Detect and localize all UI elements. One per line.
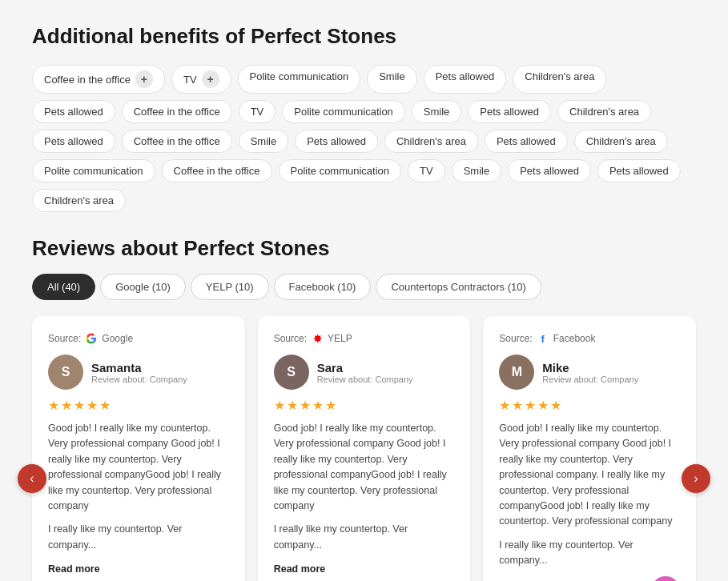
source-name: Google <box>102 333 133 344</box>
reviewer-name: Sara <box>317 361 413 375</box>
benefit-tag: Coffee in the office <box>162 159 272 182</box>
benefit-tag: Children's area <box>384 130 478 153</box>
benefit-tag: Polite communication <box>238 65 361 94</box>
review-source: Source: f Facebook <box>499 332 680 345</box>
avatar: M <box>499 355 534 390</box>
benefit-tag: Pets allowed <box>32 100 115 123</box>
review-tabs: All (40) Google (10) YELP (10) Facebook … <box>32 274 696 300</box>
reviews-title: Reviews about Perfect Stones <box>32 236 696 261</box>
review-text-2: I really like my countertop. Ver company… <box>274 522 455 553</box>
review-card-sara: Source: ✸ YELP S Sara Review about: Comp… <box>258 316 471 581</box>
benefit-tag: Coffee in the office + <box>32 65 165 94</box>
reviewer-info: S Sara Review about: Company <box>274 355 455 390</box>
benefit-tag: Pets allowed <box>485 130 568 153</box>
benefit-tag: Children's area <box>574 130 668 153</box>
reviewer-sub: Review about: Company <box>542 375 638 384</box>
source-name: Facebook <box>553 333 596 344</box>
benefit-tag: Pets allowed <box>295 130 378 153</box>
review-text-2: I really like my countertop. Ver company… <box>499 538 680 569</box>
benefit-tag: Pets allowed <box>508 159 591 182</box>
google-icon <box>85 332 98 345</box>
source-label: Source: <box>499 333 532 344</box>
read-more-link[interactable]: Read more <box>274 563 326 575</box>
source-label: Source: <box>48 333 81 344</box>
benefit-tag: TV <box>408 159 445 182</box>
star-rating: ★ ★ ★ ★ ★ <box>274 398 455 413</box>
review-card-mike: Source: f Facebook M Mike Review about: … <box>483 316 696 581</box>
plus-icon[interactable]: + <box>202 70 219 88</box>
source-label: Source: <box>274 333 307 344</box>
star-rating: ★ ★ ★ ★ ★ <box>499 398 680 413</box>
benefit-tag: Pets allowed <box>597 159 681 182</box>
benefit-tag: Coffee in the office <box>122 100 232 123</box>
review-source: Source: Google <box>48 332 229 345</box>
review-text: Good job! I really like my countertop. V… <box>274 421 455 514</box>
tab-yelp[interactable]: YELP (10) <box>191 274 269 300</box>
review-text: Good job! I really like my countertop. V… <box>499 421 680 530</box>
benefit-tag: Pets allowed <box>468 100 551 123</box>
plus-icon[interactable]: + <box>135 70 153 88</box>
source-name: YELP <box>328 333 352 344</box>
benefit-tag: TV + <box>171 65 231 94</box>
benefit-tag: Smile <box>367 65 417 94</box>
benefit-tag: Smile <box>412 100 462 123</box>
carousel-prev-button[interactable]: ‹ <box>18 464 46 493</box>
benefit-tag: Children's area <box>32 189 126 212</box>
tab-all[interactable]: All (40) <box>32 274 95 300</box>
tab-facebook[interactable]: Facebook (10) <box>274 274 372 300</box>
benefit-tag: Children's area <box>557 100 651 123</box>
benefit-tag: Pets allowed <box>424 65 507 94</box>
benefit-tag: Polite communication <box>282 100 405 123</box>
benefit-tag: TV <box>239 100 276 123</box>
read-more-link[interactable]: Read more <box>48 563 100 575</box>
review-text: Good job! I really like my countertop. V… <box>48 421 229 514</box>
reviewer-info: S Samanta Review about: Company <box>48 355 229 390</box>
facebook-icon: f <box>537 332 549 345</box>
avatar: S <box>274 355 309 390</box>
review-text-2: I really like my countertop. Ver company… <box>48 522 229 553</box>
reviewer-sub: Review about: Company <box>317 375 413 384</box>
reviewer-name: Mike <box>542 361 638 375</box>
yelp-icon: ✸ <box>311 332 324 345</box>
benefit-tag: Smile <box>239 130 289 153</box>
benefit-tag: Coffee in the office <box>122 130 232 153</box>
reviewer-name: Samanta <box>91 361 187 375</box>
avatar: S <box>48 355 83 390</box>
star-rating: ★ ★ ★ ★ ★ <box>48 398 229 413</box>
review-card-samanta: Source: Google S <box>32 316 245 581</box>
tab-google[interactable]: Google (10) <box>100 274 186 300</box>
benefits-container: Coffee in the office + TV + Polite commu… <box>32 65 696 212</box>
benefit-tag: Smile <box>452 159 502 182</box>
reviews-carousel: ‹ Source: Google <box>32 316 696 581</box>
benefit-tag: Polite communication <box>279 159 402 182</box>
benefit-tag: Children's area <box>513 65 606 94</box>
floating-avatar-m: M <box>651 576 680 581</box>
tab-contractors[interactable]: Countertops Contractors (10) <box>376 274 541 300</box>
benefit-tag: Pets allowed <box>32 130 115 153</box>
carousel-next-button[interactable]: › <box>682 464 710 493</box>
benefits-title: Additional benefits of Perfect Stones <box>32 24 696 49</box>
reviewer-sub: Review about: Company <box>91 375 187 384</box>
review-source: Source: ✸ YELP <box>274 332 455 345</box>
benefit-tag: Polite communication <box>32 159 155 182</box>
reviewer-info: M Mike Review about: Company <box>499 355 680 390</box>
